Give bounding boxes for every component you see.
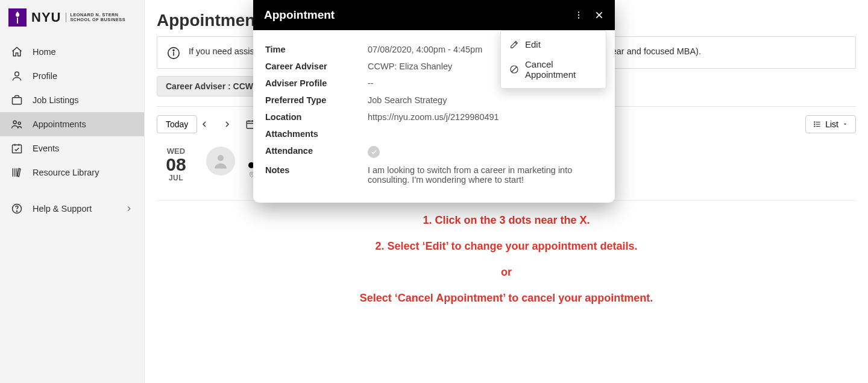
nyu-torch-icon: [8, 8, 27, 27]
prev-button[interactable]: [200, 114, 220, 135]
instruction-block: 1. Click on the 3 dots near the X. 2. Se…: [157, 214, 856, 305]
today-button[interactable]: Today: [157, 115, 197, 133]
instruction-or: or: [157, 266, 856, 279]
books-icon: [11, 166, 23, 179]
people-icon: [11, 118, 23, 130]
svg-rect-4: [13, 145, 22, 153]
day-cell: WED 08 JUL: [159, 147, 193, 182]
caret-down-icon: [842, 121, 848, 127]
nav-label: Job Listings: [33, 95, 79, 105]
instruction-1: 1. Click on the 3 dots near the X.: [157, 214, 856, 227]
svg-point-20: [578, 14, 579, 16]
kebab-menu: Edit Cancel Appointment: [500, 30, 606, 89]
close-button[interactable]: [594, 10, 604, 20]
day-number: 08: [159, 156, 193, 174]
modal-title: Appointment: [264, 8, 335, 22]
modal-header: Appointment: [253, 0, 615, 30]
value-attachments: [368, 129, 603, 139]
field-attendance: Attendance: [265, 142, 603, 162]
list-icon: [813, 120, 822, 128]
svg-point-15: [814, 124, 815, 124]
svg-point-19: [578, 11, 579, 13]
view-list-button[interactable]: List: [805, 115, 856, 133]
appointment-modal: Appointment Edit Cancel Appointment Time: [253, 0, 615, 203]
calendar-check-icon: [11, 142, 23, 154]
field-notes: Notes I am looking to switch from a care…: [265, 162, 603, 188]
menu-cancel[interactable]: Cancel Appointment: [501, 54, 606, 84]
nav-label: Events: [33, 144, 59, 153]
info-icon: [167, 46, 180, 60]
svg-rect-1: [13, 98, 22, 104]
nav-label: Resource Library: [33, 168, 99, 177]
nav-help[interactable]: Help & Support: [0, 197, 144, 221]
person-icon: [11, 70, 23, 82]
svg-point-3: [18, 122, 20, 124]
menu-cancel-label: Cancel Appointment: [525, 59, 597, 80]
value-attendance: [368, 146, 603, 158]
menu-edit[interactable]: Edit: [501, 34, 606, 54]
brand-uni: NYU: [31, 10, 61, 25]
nav-resource-library[interactable]: Resource Library: [0, 160, 144, 185]
side-nav: Home Profile Job Listings Appointments E…: [0, 40, 144, 221]
cancel-icon: [509, 65, 519, 74]
field-location: Location https://nyu.zoom.us/j/212998049…: [265, 109, 603, 125]
svg-point-0: [15, 72, 19, 76]
chevron-right-icon: [125, 204, 133, 213]
nav-appointments[interactable]: Appointments: [0, 112, 144, 136]
question-circle-icon: [11, 203, 23, 215]
view-label: List: [825, 119, 838, 129]
attendance-check-icon: [368, 146, 380, 158]
svg-point-21: [578, 17, 579, 19]
value-location: https://nyu.zoom.us/j/2129980491: [368, 112, 603, 122]
svg-point-17: [218, 155, 224, 161]
kebab-button[interactable]: [574, 10, 583, 20]
value-type: Job Search Strategy: [368, 95, 603, 105]
nav-home[interactable]: Home: [0, 40, 144, 64]
field-attachments: Attachments: [265, 125, 603, 142]
field-type: Preferred Type Job Search Strategy: [265, 92, 603, 109]
brand-school: LEONARD N. STERN SCHOOL OF BUSINESS: [66, 13, 125, 22]
svg-point-2: [13, 121, 16, 124]
brand-logo: NYU LEONARD N. STERN SCHOOL OF BUSINESS: [0, 6, 144, 40]
svg-point-18: [251, 173, 252, 174]
svg-point-16: [814, 126, 815, 127]
value-notes: I am looking to switch from a career in …: [368, 165, 603, 185]
svg-line-25: [512, 67, 517, 72]
instruction-2: 2. Select ‘Edit’ to change your appointm…: [157, 240, 856, 253]
nav-profile[interactable]: Profile: [0, 64, 144, 88]
menu-edit-label: Edit: [525, 39, 541, 49]
day-month: JUL: [159, 174, 193, 182]
nav-label: Appointments: [33, 119, 86, 129]
nav-label: Profile: [33, 71, 57, 81]
sidebar: NYU LEONARD N. STERN SCHOOL OF BUSINESS …: [0, 0, 145, 383]
nav-label: Help & Support: [33, 204, 92, 214]
svg-point-6: [16, 211, 17, 212]
instruction-3: Select ‘Cancel Appointment’ to cancel yo…: [157, 292, 856, 305]
adviser-avatar: [206, 147, 235, 176]
svg-point-9: [173, 50, 174, 51]
nav-events[interactable]: Events: [0, 136, 144, 160]
view-switch: List: [805, 115, 856, 133]
home-icon: [11, 46, 23, 58]
nav-label: Home: [33, 47, 56, 57]
svg-point-14: [814, 122, 815, 122]
edit-icon: [509, 40, 519, 49]
nav-job-listings[interactable]: Job Listings: [0, 88, 144, 112]
next-button[interactable]: [222, 114, 243, 135]
briefcase-icon: [11, 94, 23, 106]
